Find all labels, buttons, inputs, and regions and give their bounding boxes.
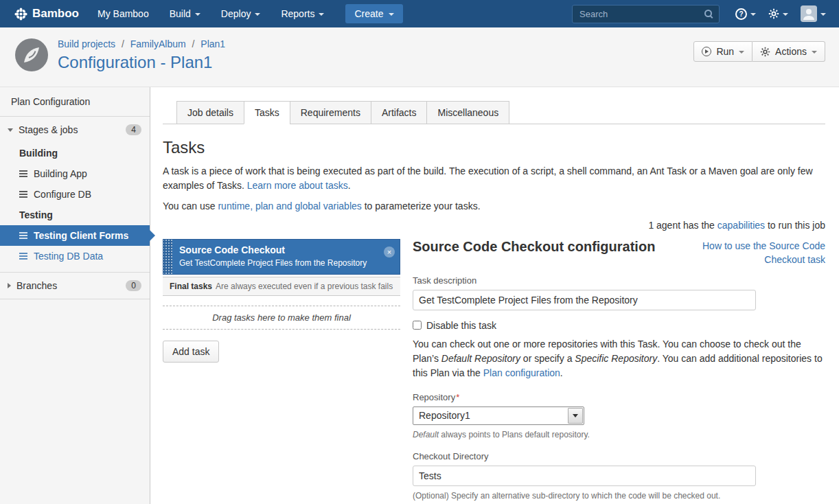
navbar-right: ? [572, 0, 839, 27]
checkout-directory-hint: (Optional) Specify an alternative sub-di… [413, 491, 825, 501]
task-title: Source Code Checkout [179, 244, 367, 255]
breadcrumb-separator: / [122, 38, 124, 49]
dropdown-caret-icon [319, 13, 324, 16]
task-config-panel: Source Code Checkout configuration How t… [413, 239, 825, 504]
disable-task-checkbox[interactable] [413, 321, 422, 330]
list-icon [19, 170, 27, 177]
tab-miscellaneous[interactable]: Miscellaneous [426, 101, 509, 124]
sidebar-job-testing-client-forms[interactable]: Testing Client Forms [0, 225, 150, 246]
breadcrumb-familyalbum[interactable]: FamilyAlbum [130, 38, 186, 49]
layout: Plan Configuration Stages & jobs 4 Build… [0, 87, 839, 504]
list-icon [19, 232, 27, 239]
search-box [572, 5, 720, 23]
nav-my-bamboo[interactable]: My Bamboo [87, 0, 159, 27]
top-navbar: Bamboo My Bamboo Build Deploy Reports Cr… [0, 0, 839, 27]
actions-button[interactable]: Actions [752, 41, 825, 62]
disable-task-row: Disable this task [413, 320, 825, 331]
help-icon: ? [735, 8, 747, 20]
dropdown-caret-icon [812, 51, 817, 54]
play-icon [702, 47, 711, 56]
task-list-panel: Source Code Checkout Get TestComplete Pr… [163, 239, 400, 504]
nav-deploy-menu[interactable]: Deploy [211, 0, 271, 27]
config-title: Source Code Checkout configuration [413, 239, 655, 255]
task-description-input[interactable] [413, 290, 756, 310]
task-description-label: Task description [413, 275, 825, 286]
dropdown-caret-icon [783, 13, 788, 16]
final-tasks-drop-zone[interactable]: Drag tasks here to make them final [163, 306, 400, 330]
capabilities-link[interactable]: capabilities [717, 220, 765, 231]
breadcrumb: Build projects / FamilyAlbum / Plan1 [58, 38, 225, 49]
run-button[interactable]: Run [693, 41, 752, 62]
stage-building[interactable]: Building [0, 143, 150, 163]
repository-select[interactable]: Repository1 [413, 407, 584, 424]
sidebar-item-plan-configuration[interactable]: Plan Configuration [0, 87, 150, 117]
variables-note: You can use runtime, plan and global var… [163, 199, 825, 214]
checkout-directory-label: Checkout Directory [413, 451, 825, 461]
chevron-down-icon [8, 128, 13, 132]
header-actions: Run Actions [693, 41, 825, 62]
dropdown-caret-icon [739, 51, 744, 54]
branches-count-badge: 0 [126, 280, 141, 291]
page: Bamboo My Bamboo Build Deploy Reports Cr… [0, 0, 839, 504]
list-icon [19, 253, 27, 260]
bamboo-flower-icon [14, 7, 28, 21]
create-button[interactable]: Create [345, 4, 402, 23]
header-text: Build projects / FamilyAlbum / Plan1 Con… [58, 38, 225, 72]
repository-note: You can check out one or more repositori… [413, 337, 825, 380]
actions-gear-icon [760, 47, 770, 57]
final-tasks-header: Final tasksAre always executed even if a… [163, 277, 400, 296]
plan-avatar [15, 38, 48, 74]
dropdown-caret-icon [820, 13, 826, 16]
learn-more-link[interactable]: Learn more about tasks [247, 180, 348, 191]
list-icon [19, 191, 27, 198]
sidebar-item-branches[interactable]: Branches 0 [0, 273, 150, 299]
tab-artifacts[interactable]: Artifacts [371, 101, 428, 124]
job-tabs: Job details Tasks Requirements Artifacts… [163, 101, 825, 124]
user-menu[interactable] [794, 0, 832, 27]
tab-tasks[interactable]: Tasks [244, 101, 290, 124]
search-input[interactable] [572, 5, 720, 23]
tasks-intro: A task is a piece of work that is being … [163, 164, 825, 193]
tasks-columns: Source Code Checkout Get TestComplete Pr… [163, 239, 825, 504]
variables-link[interactable]: runtime, plan and global variables [218, 201, 361, 211]
page-header: Build projects / FamilyAlbum / Plan1 Con… [0, 27, 839, 87]
task-subtitle: Get TestComplete Project Files from the … [179, 258, 367, 268]
main-content: Job details Tasks Requirements Artifacts… [150, 87, 839, 504]
breadcrumb-build-projects[interactable]: Build projects [58, 38, 115, 49]
tab-requirements[interactable]: Requirements [290, 101, 371, 124]
breadcrumb-separator: / [192, 38, 195, 49]
task-card-body: Source Code Checkout Get TestComplete Pr… [172, 240, 386, 274]
nav-reports-menu[interactable]: Reports [271, 0, 334, 27]
sidebar: Plan Configuration Stages & jobs 4 Build… [0, 87, 150, 504]
search-icon[interactable] [704, 10, 713, 19]
tasks-heading: Tasks [163, 138, 825, 157]
sidebar-job-building-app[interactable]: Building App [0, 163, 150, 184]
dropdown-caret-icon [255, 13, 260, 16]
admin-settings-menu[interactable] [762, 0, 794, 27]
sidebar-item-stages-jobs[interactable]: Stages & jobs 4 [0, 117, 150, 143]
branches-group: Branches 0 [0, 273, 150, 299]
gear-icon [768, 8, 779, 19]
stage-testing[interactable]: Testing [0, 205, 150, 225]
tab-job-details[interactable]: Job details [176, 101, 244, 124]
checkout-directory-input[interactable] [413, 466, 756, 486]
close-icon[interactable]: × [384, 247, 395, 257]
task-card-source-code-checkout[interactable]: Source Code Checkout Get TestComplete Pr… [163, 239, 400, 275]
sidebar-job-configure-db[interactable]: Configure DB [0, 184, 150, 205]
help-menu[interactable]: ? [729, 0, 762, 27]
drag-handle-icon[interactable] [163, 240, 172, 274]
checkout-help-link[interactable]: How to use the Source Code Checkout task [678, 239, 825, 267]
dropdown-caret-icon [750, 13, 756, 16]
stages-jobs-group: Stages & jobs 4 Building Building App Co… [0, 117, 150, 273]
repository-select-wrap: Repository1 [413, 406, 584, 425]
repository-hint: Default always points to Plans default r… [413, 430, 825, 439]
nav-build-menu[interactable]: Build [159, 0, 211, 27]
dropdown-caret-icon [389, 13, 394, 16]
breadcrumb-plan1[interactable]: Plan1 [200, 38, 225, 49]
bamboo-logo[interactable]: Bamboo [0, 7, 87, 21]
chevron-right-icon [8, 283, 11, 288]
add-task-button[interactable]: Add task [163, 341, 219, 363]
sidebar-job-testing-db-data[interactable]: Testing DB Data [0, 246, 150, 266]
user-avatar-icon [801, 5, 817, 22]
plan-configuration-link[interactable]: Plan configuration [483, 367, 560, 378]
